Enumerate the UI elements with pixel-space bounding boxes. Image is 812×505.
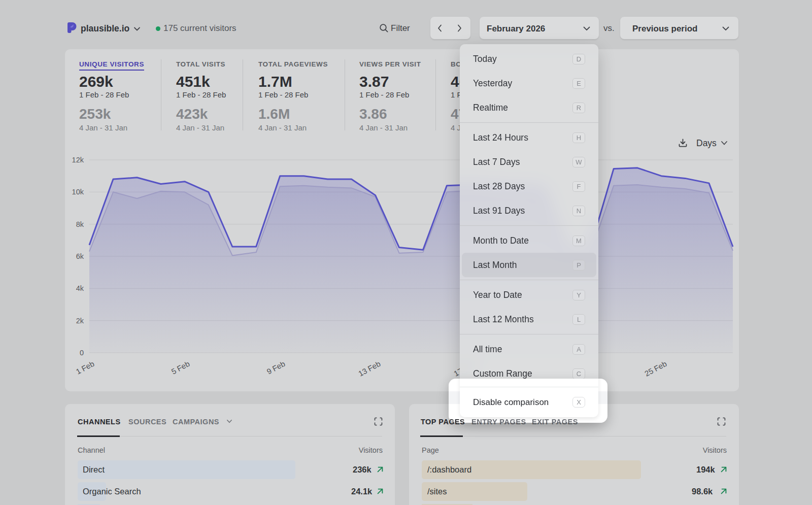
svg-text:12k: 12k [72, 156, 84, 164]
svg-text:5 Feb: 5 Feb [170, 359, 191, 376]
svg-text:13 Feb: 13 Feb [357, 359, 382, 378]
svg-text:0: 0 [80, 349, 84, 357]
svg-text:1 Feb: 1 Feb [75, 359, 96, 376]
svg-text:25 Feb: 25 Feb [643, 359, 668, 378]
svg-text:2k: 2k [76, 317, 84, 325]
svg-text:10k: 10k [72, 188, 84, 196]
svg-text:9 Feb: 9 Feb [265, 359, 287, 376]
svg-text:4k: 4k [76, 284, 84, 292]
svg-text:6k: 6k [76, 252, 84, 260]
svg-text:8k: 8k [76, 220, 84, 228]
